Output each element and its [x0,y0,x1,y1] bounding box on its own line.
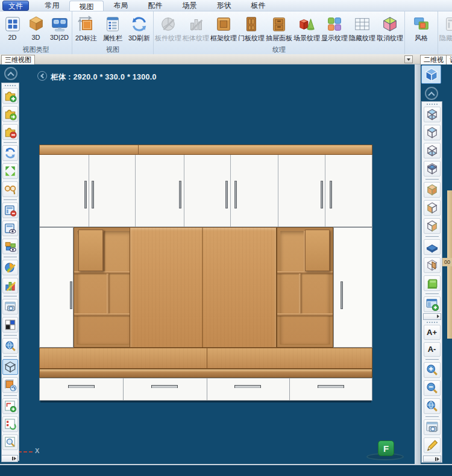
btn-cancel-texture[interactable]: 取消纹理 [376,13,404,45]
tab-shape[interactable]: 形状 [207,0,241,11]
door-divider [89,155,89,227]
export-model-icon [4,107,17,121]
chevron-down-icon [407,58,410,61]
background-colors-button[interactable] [2,317,18,333]
show-parts-button[interactable] [2,239,18,254]
cabinet-render[interactable] [39,145,372,402]
door-handle [70,281,72,309]
btn-door-texture[interactable]: 门板纹理 [237,13,265,45]
axis-indicator: X [17,447,41,457]
expand-right-icon [14,457,16,460]
hide-frame-button[interactable] [2,202,18,218]
drag-handle[interactable] [427,104,438,105]
add-model-button[interactable] [2,88,18,104]
edit-pencil-button[interactable] [424,437,441,453]
snapshot-button[interactable] [2,299,18,315]
btn-2d[interactable]: 2D [1,13,24,45]
btn-3d-refresh[interactable]: 3D刷新 [126,13,152,45]
door-divider [325,155,325,227]
wireframe-cube-button[interactable] [2,359,18,375]
cabinet-platform [39,348,372,378]
font-increase-button[interactable]: A+ [424,325,441,340]
sliding-door-right [333,227,372,348]
zoom-out-button[interactable] [424,380,441,396]
btn-3d2d[interactable]: 3D|2D [48,13,71,45]
delete-model-button[interactable] [2,124,18,140]
btn-2d-annotate[interactable]: 2D标注 [73,13,99,45]
tab-file[interactable]: 文件 [2,1,29,11]
view-cube-button[interactable] [421,65,441,84]
btn-style[interactable]: 风格 [406,13,437,45]
left-toolbar [0,64,20,464]
snapshot-button-right[interactable] [424,419,441,435]
cube-orange-left-view-button[interactable] [424,200,441,216]
tab-scene[interactable]: 场景 [172,0,207,11]
refresh-view-button[interactable] [2,145,18,161]
right-toolbar-mini-collapse[interactable] [423,313,441,320]
panel-splitter[interactable] [415,64,421,464]
update-dimension-button[interactable] [2,416,18,432]
ribbon-group-hide: 隐藏板件 隐藏 [438,11,452,54]
export-model-button[interactable] [2,106,18,122]
btn-hide-panel: 隐藏板件 [439,13,452,45]
btn-3d[interactable]: 3D [24,13,48,45]
drag-handle[interactable] [5,85,16,86]
brand-logo: F [378,440,394,456]
cube-bottom-view-button[interactable] [424,143,441,158]
ribbon-group-view: 2D标注 属性栏 3D刷新 视图 [72,11,154,54]
preview-frame-button[interactable] [2,221,18,236]
collapse-left-toolbar-button[interactable] [4,67,17,80]
back-icon[interactable] [37,71,47,81]
annotation-update-button[interactable] [2,377,18,393]
tab-view[interactable]: 视图 [69,1,104,11]
align-views-button[interactable] [2,163,18,179]
cube-middle-view-button[interactable] [424,161,441,177]
right-toolbar-collapse-bar[interactable] [423,456,441,462]
annotation-update-icon [4,378,17,392]
panel-dropdown-button[interactable] [404,55,413,63]
door-view-button[interactable] [424,257,441,273]
zoom-dimension-button[interactable] [2,434,18,450]
bar-edit-icon [4,279,17,292]
tab-panels[interactable]: 板件 [241,0,275,11]
btn-frame-texture[interactable]: 框架纹理 [210,13,237,45]
edit-cabinet-texture-button[interactable] [2,278,18,293]
align-views-icon [4,164,17,178]
btn-property-bar[interactable]: 属性栏 [99,13,126,45]
tab-accessories[interactable]: 配件 [138,0,172,11]
zoom-in-button[interactable] [424,362,441,378]
tab-layout[interactable]: 布局 [104,0,138,11]
drawer-handle [151,385,178,388]
group-label-view-type: 视图类型 [1,45,71,54]
btn-hide-texture[interactable]: 隐藏纹理 [348,13,376,45]
drag-handle[interactable] [427,322,438,323]
zoom-fit-button[interactable] [424,398,441,414]
cube-orange-solid-view-button[interactable] [424,182,441,198]
edit-panel-texture-button[interactable] [2,260,18,275]
left-toolbar-collapse-bar[interactable] [1,455,18,462]
tab-design-panel[interactable]: 设计 [446,55,452,64]
collapse-right-toolbar-button[interactable] [425,87,438,100]
cube-top-bottom-view-button[interactable] [424,107,441,122]
cube-orange-right-view-button[interactable] [424,218,441,234]
floor-view-button[interactable] [424,239,441,255]
btn-show-texture[interactable]: 显示纹理 [321,13,348,45]
add-viewport-button[interactable] [424,296,441,312]
btn-drawer-panel[interactable]: 抽屉面板 [265,13,293,45]
door-handle [330,181,332,208]
front-view-button[interactable] [424,275,441,291]
cancel-texture-icon [380,14,400,34]
cube-top-view-button[interactable] [424,125,441,140]
search-button[interactable] [2,181,18,197]
shelf-door [78,230,103,271]
add-dimension-button[interactable] [2,398,18,414]
font-decrease-button[interactable]: A- [424,342,441,357]
ribbon: 2D 3D 3D|2D 视图类型 2D标注 [0,11,452,54]
tab-3d-view-panel[interactable]: 三维视图 [1,55,35,64]
camera-window-icon [425,420,439,434]
x-axis-label: X [35,447,39,454]
btn-scene-texture[interactable]: 场景纹理 [293,13,321,45]
tab-common[interactable]: 常用 [35,0,69,11]
zoom-world-button[interactable] [2,338,18,354]
hide-panel-icon [443,14,452,34]
